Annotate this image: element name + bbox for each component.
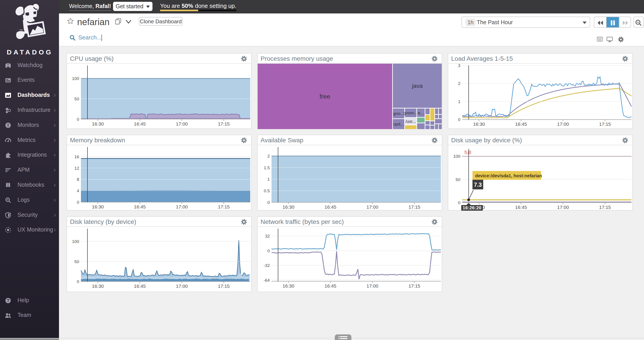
svg-text:16:30: 16:30 [92,204,104,209]
svg-text:4: 4 [77,189,79,193]
svg-text:17:15: 17:15 [408,204,420,210]
svg-text:16:45: 16:45 [134,121,146,126]
svg-text:17:00: 17:00 [366,283,378,289]
svg-text:16:30: 16:30 [92,284,104,289]
svg-text:2: 2 [458,81,460,86]
svg-text:50: 50 [456,177,460,182]
svg-text:16:30: 16:30 [92,121,104,126]
svg-text:100: 100 [453,154,460,159]
svg-text:16:26:20: 16:26:20 [462,205,482,210]
svg-text:e...: e... [418,110,424,115]
svg-text:8: 8 [77,177,79,182]
svg-text:3: 3 [458,63,460,68]
svg-text:gno...: gno... [393,111,404,116]
svg-text:16:45: 16:45 [134,204,146,209]
svg-text:0: 0 [77,117,79,122]
svg-text:17:15: 17:15 [599,121,611,127]
svg-text:17:00: 17:00 [557,205,569,210]
svg-text:16:30: 16:30 [282,204,294,210]
svg-text:50: 50 [74,97,79,101]
svg-text:full: full [464,149,471,155]
svg-text:16:45: 16:45 [324,204,336,210]
svg-text:java: java [412,82,423,89]
svg-text:17:15: 17:15 [599,205,611,210]
svg-text:device:/dev/sda1, host:nefaria: device:/dev/sda1, host:nefarian [475,173,542,178]
svg-text:16:30: 16:30 [282,283,294,289]
svg-text:0: 0 [267,249,270,253]
svg-text:17:00: 17:00 [176,121,188,126]
svg-text:0: 0 [267,200,270,205]
svg-text:50: 50 [74,259,79,264]
svg-text:1: 1 [267,177,270,182]
svg-text:-32: -32 [264,263,270,268]
svg-text:16:45: 16:45 [515,205,527,210]
svg-text:100: 100 [72,76,79,81]
svg-text:0: 0 [77,279,79,284]
svg-text:gnom...: gnom... [404,110,418,115]
svg-text:17:15: 17:15 [218,284,230,289]
svg-text:16:45: 16:45 [324,283,336,289]
svg-text:17:15: 17:15 [218,204,230,209]
svg-text:16:30: 16:30 [473,121,485,127]
svg-text:-64: -64 [264,278,270,283]
svg-text:2: 2 [267,154,270,158]
svg-text:upd...: upd... [393,122,404,126]
svg-text:12: 12 [74,166,79,171]
svg-text:1.5: 1.5 [264,165,270,170]
svg-text:0: 0 [458,200,460,205]
svg-text:17:00: 17:00 [557,121,569,127]
svg-text:1: 1 [458,99,460,104]
svg-text:free: free [320,93,330,100]
svg-text:7.3: 7.3 [474,182,482,188]
svg-text:16: 16 [74,154,79,159]
svg-text:0.5: 0.5 [264,189,270,193]
svg-text:?: ? [7,298,10,303]
svg-text:17:15: 17:15 [408,283,420,289]
svg-text:17:00: 17:00 [366,204,378,210]
svg-text:16:45: 16:45 [515,121,527,127]
svg-text:17:00: 17:00 [176,204,188,209]
svg-text:100: 100 [72,239,79,244]
svg-text:17:00: 17:00 [176,284,188,289]
svg-text:/usr...: /usr... [406,119,416,124]
svg-text:0: 0 [458,117,460,122]
svg-text:0: 0 [77,200,79,205]
svg-text:32: 32 [265,234,270,239]
svg-text:16:45: 16:45 [134,284,146,289]
svg-text:17:15: 17:15 [218,121,230,126]
